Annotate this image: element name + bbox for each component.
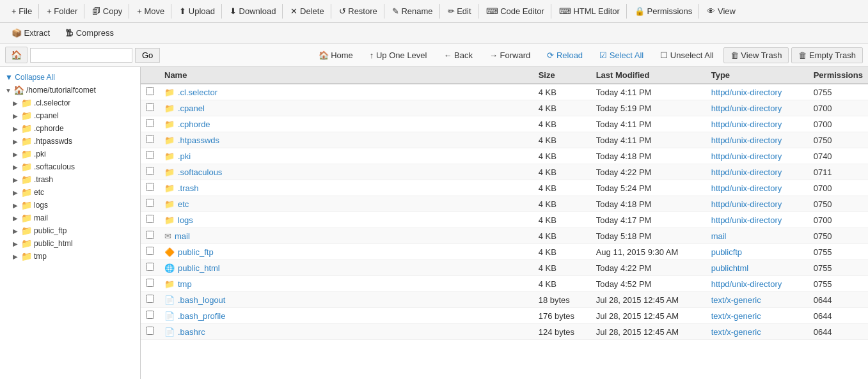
sidebar-item-mail[interactable]: ▶📁mail: [0, 212, 140, 224]
file-name[interactable]: tmp: [178, 279, 192, 289]
file-name[interactable]: mail: [175, 231, 190, 241]
file-name[interactable]: .bashrc: [178, 327, 205, 337]
row-checkbox[interactable]: [146, 311, 154, 319]
table-row[interactable]: 📄.bashrc124 bytesJul 28, 2015 12:45 AMte…: [141, 324, 868, 340]
rename-btn[interactable]: ✎ Rename: [386, 4, 440, 19]
row-checkbox[interactable]: [146, 135, 154, 143]
row-checkbox[interactable]: [146, 151, 154, 159]
row-checkbox-cell[interactable]: [141, 196, 159, 212]
file-type-link[interactable]: text/x-generic: [711, 311, 761, 321]
sidebar-item-tmp[interactable]: ▶📁tmp: [0, 250, 140, 263]
row-checkbox-cell[interactable]: [141, 212, 159, 228]
file-name[interactable]: etc: [178, 199, 189, 209]
up-one-level-btn[interactable]: ↑ Up One Level: [363, 47, 434, 63]
table-row[interactable]: 📁.trash4 KBToday 5:24 PMhttpd/unix-direc…: [141, 180, 868, 196]
file-type-link[interactable]: publichtml: [711, 263, 749, 273]
file-name[interactable]: .trash: [178, 183, 199, 193]
sidebar-item--softaculous[interactable]: ▶📁.softaculous: [0, 160, 140, 173]
file-type-link[interactable]: httpd/unix-directory: [711, 215, 782, 225]
row-checkbox[interactable]: [146, 87, 154, 95]
row-checkbox[interactable]: [146, 167, 154, 175]
row-checkbox-cell[interactable]: [141, 260, 159, 276]
table-row[interactable]: 🌐public_html4 KBToday 4:22 PMpublichtml0…: [141, 260, 868, 276]
file-name[interactable]: .bash_profile: [178, 311, 225, 321]
row-checkbox[interactable]: [146, 295, 154, 303]
col-header-perms[interactable]: Permissions: [809, 67, 868, 84]
sidebar-item--cl-selector[interactable]: ▶📁.cl.selector: [0, 97, 140, 109]
row-checkbox-cell[interactable]: [141, 292, 159, 308]
table-row[interactable]: 🔶public_ftp4 KBAug 11, 2015 9:30 AMpubli…: [141, 244, 868, 260]
view-trash-btn[interactable]: 🗑 View Trash: [723, 47, 789, 63]
table-row[interactable]: 📁.cl.selector4 KBToday 4:11 PMhttpd/unix…: [141, 84, 868, 100]
collapse-all-btn[interactable]: ▼ Collapse All: [0, 71, 140, 84]
view-btn[interactable]: 👁 View: [700, 4, 742, 19]
sidebar-item--cpanel[interactable]: ▶📁.cpanel: [0, 109, 140, 122]
reload-btn[interactable]: ⟳ Reload: [540, 47, 590, 63]
file-type-link[interactable]: httpd/unix-directory: [711, 88, 782, 97]
table-row[interactable]: 📄.bash_profile176 bytesJul 28, 2015 12:4…: [141, 308, 868, 324]
file-btn[interactable]: + File: [5, 4, 39, 19]
file-type-link[interactable]: httpd/unix-directory: [711, 151, 782, 161]
row-checkbox-cell[interactable]: [141, 132, 159, 148]
file-name[interactable]: .softaculous: [178, 167, 222, 177]
row-checkbox-cell[interactable]: [141, 116, 159, 132]
row-checkbox-cell[interactable]: [141, 228, 159, 244]
file-name[interactable]: logs: [178, 215, 193, 225]
folder-btn[interactable]: + Folder: [40, 4, 84, 19]
row-checkbox[interactable]: [146, 103, 154, 111]
file-name[interactable]: .cpanel: [178, 104, 205, 113]
row-checkbox[interactable]: [146, 327, 154, 335]
row-checkbox-cell[interactable]: [141, 100, 159, 116]
table-row[interactable]: 📁.cpanel4 KBToday 5:19 PMhttpd/unix-dire…: [141, 100, 868, 116]
row-checkbox[interactable]: [146, 119, 154, 127]
table-row[interactable]: 📁etc4 KBToday 4:18 PMhttpd/unix-director…: [141, 196, 868, 212]
table-row[interactable]: 📁tmp4 KBToday 4:52 PMhttpd/unix-director…: [141, 276, 868, 292]
file-type-link[interactable]: httpd/unix-directory: [711, 199, 782, 209]
move-btn[interactable]: + Move: [130, 4, 171, 19]
sidebar-item-public-ftp[interactable]: ▶📁public_ftp: [0, 224, 140, 237]
sidebar-item-public-html[interactable]: ▶📁public_html: [0, 237, 140, 250]
file-name[interactable]: public_ftp: [178, 247, 214, 257]
table-row[interactable]: 📁.cphorde4 KBToday 4:11 PMhttpd/unix-dir…: [141, 116, 868, 132]
file-name[interactable]: .bash_logout: [178, 295, 225, 305]
row-checkbox-cell[interactable]: [141, 324, 159, 340]
path-input[interactable]: [30, 48, 132, 63]
copy-btn[interactable]: 🗐 Copy: [86, 4, 129, 19]
unselect-all-btn[interactable]: ☐ Unselect All: [653, 47, 721, 63]
file-type-link[interactable]: httpd/unix-directory: [711, 120, 782, 129]
file-name[interactable]: public_html: [178, 263, 220, 273]
file-type-link[interactable]: text/x-generic: [711, 295, 761, 305]
row-checkbox-cell[interactable]: [141, 276, 159, 292]
row-checkbox[interactable]: [146, 199, 154, 207]
html-editor-btn[interactable]: ⌨ HTML Editor: [553, 4, 627, 19]
col-header-modified[interactable]: Last Modified: [591, 67, 706, 84]
file-type-link[interactable]: httpd/unix-directory: [711, 279, 782, 289]
file-name[interactable]: .htpasswds: [178, 135, 219, 145]
permissions-btn[interactable]: 🔒 Permissions: [628, 4, 699, 19]
col-header-name[interactable]: Name: [159, 67, 533, 84]
forward-btn[interactable]: → Forward: [482, 47, 537, 63]
delete-btn[interactable]: ✕ Delete: [284, 4, 331, 19]
row-checkbox-cell[interactable]: [141, 180, 159, 196]
row-checkbox-cell[interactable]: [141, 308, 159, 324]
file-type-link[interactable]: publicftp: [711, 247, 742, 257]
file-name[interactable]: .cphorde: [178, 120, 210, 129]
empty-trash-btn[interactable]: 🗑 Empty Trash: [791, 47, 863, 63]
file-type-link[interactable]: httpd/unix-directory: [711, 183, 782, 193]
back-btn[interactable]: ← Back: [436, 47, 480, 63]
compress-btn[interactable]: 🗜 Compress: [59, 26, 120, 40]
table-row[interactable]: 📁.htpasswds4 KBToday 4:11 PMhttpd/unix-d…: [141, 132, 868, 148]
sidebar-item-logs[interactable]: ▶📁logs: [0, 199, 140, 212]
row-checkbox-cell[interactable]: [141, 84, 159, 100]
download-btn[interactable]: ⬇ Download: [223, 4, 283, 19]
go-button[interactable]: Go: [135, 48, 160, 63]
row-checkbox[interactable]: [146, 215, 154, 223]
table-row[interactable]: 📄.bash_logout18 bytesJul 28, 2015 12:45 …: [141, 292, 868, 308]
file-name[interactable]: .cl.selector: [178, 88, 217, 97]
row-checkbox[interactable]: [146, 247, 154, 255]
sidebar-item-etc[interactable]: ▶📁etc: [0, 186, 140, 199]
table-row[interactable]: 📁.softaculous4 KBToday 4:22 PMhttpd/unix…: [141, 164, 868, 180]
sidebar-root[interactable]: ▼ 🏠 /home/tutorialfcomet: [0, 84, 140, 97]
col-header-type[interactable]: Type: [706, 67, 809, 84]
file-type-link[interactable]: httpd/unix-directory: [711, 135, 782, 145]
